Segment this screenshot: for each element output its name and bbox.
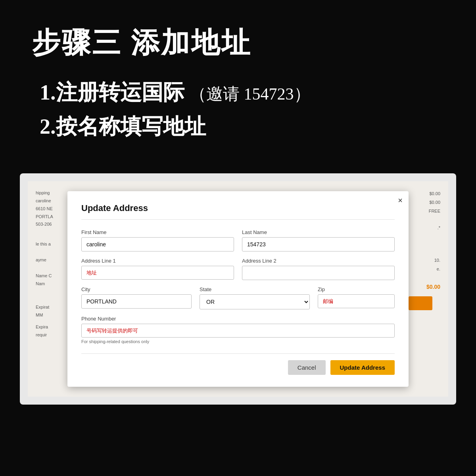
last-name-input[interactable] — [242, 237, 395, 251]
name-row: First Name Last Name — [81, 229, 395, 251]
top-section: 步骤三 添加地址 1.注册转运国际 （邀请 154723） 2.按名称填写地址 — [0, 0, 476, 161]
bg-left-content: hipping caroline 6610 NE PORTLA 503-206 … — [36, 189, 71, 339]
instructions: 1.注册转运国际 （邀请 154723） 2.按名称填写地址 — [32, 78, 444, 142]
city-state-zip-row: City State OR CA WA NY TX — [81, 286, 395, 309]
address1-group: Address Line 1 — [81, 258, 234, 280]
first-name-group: First Name — [81, 229, 234, 251]
modal-footer: Cancel Update Address — [81, 353, 395, 375]
first-name-label: First Name — [81, 229, 234, 235]
city-group: City — [81, 286, 192, 309]
address2-input[interactable] — [242, 266, 395, 280]
state-select[interactable]: OR CA WA NY TX — [200, 294, 310, 309]
phone-row: Phone Number For shipping-related questi… — [81, 316, 395, 344]
last-name-group: Last Name — [242, 229, 395, 251]
first-name-input[interactable] — [81, 237, 234, 251]
state-label: State — [200, 286, 310, 292]
last-name-label: Last Name — [242, 229, 395, 235]
update-address-button[interactable]: Update Address — [330, 360, 395, 375]
phone-label: Phone Number — [81, 316, 395, 322]
zip-input[interactable] — [318, 294, 395, 308]
modal-title: Update Address — [81, 203, 395, 220]
address1-input[interactable] — [81, 266, 234, 280]
zip-label: Zip — [318, 286, 395, 292]
city-input[interactable] — [81, 294, 192, 309]
address-row: Address Line 1 Address Line 2 — [81, 258, 395, 280]
address1-label: Address Line 1 — [81, 258, 234, 264]
screenshot-inner: hipping caroline 6610 NE PORTLA 503-206 … — [28, 181, 448, 397]
close-button[interactable]: × — [398, 196, 403, 205]
phone-group: Phone Number For shipping-related questi… — [81, 316, 395, 344]
phone-input[interactable] — [81, 324, 395, 338]
address2-label: Address Line 2 — [242, 258, 395, 264]
update-address-modal: × Update Address First Name Last Name — [67, 191, 409, 387]
state-group: State OR CA WA NY TX — [200, 286, 310, 309]
screenshot-container: hipping caroline 6610 NE PORTLA 503-206 … — [20, 173, 456, 405]
zip-group: Zip — [318, 286, 395, 309]
modal-wrapper: × Update Address First Name Last Name — [67, 187, 409, 391]
cancel-button[interactable]: Cancel — [288, 360, 326, 375]
phone-hint: For shipping-related questions only — [81, 339, 395, 344]
instruction-1: 1.注册转运国际 （邀请 154723） — [40, 78, 444, 108]
step-title: 步骤三 添加地址 — [32, 24, 444, 62]
address2-group: Address Line 2 — [242, 258, 395, 280]
bg-right-content: $0.00 $0.00 FREE .* 10. e. $0.00 — [409, 189, 440, 310]
instruction-2: 2.按名称填写地址 — [40, 112, 444, 142]
city-label: City — [81, 286, 192, 292]
